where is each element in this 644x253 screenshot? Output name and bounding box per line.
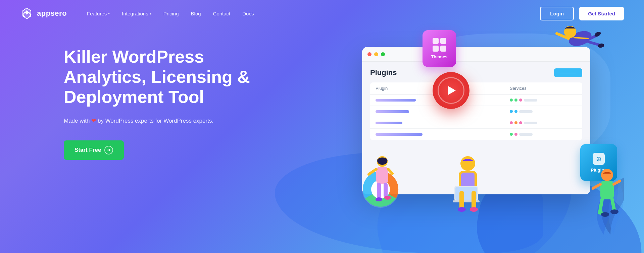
plugins-section-title: Plugins	[370, 68, 397, 77]
svg-rect-19	[472, 191, 476, 209]
play-triangle-icon	[448, 86, 456, 95]
hero-title: Killer WordPress Analytics, Licensing & …	[64, 47, 258, 107]
table-header: Plugin Services	[370, 82, 582, 94]
svg-rect-8	[377, 183, 381, 199]
nav-pricing[interactable]: Pricing	[163, 11, 179, 16]
login-button[interactable]: Login	[540, 7, 574, 20]
status-dots	[510, 133, 577, 136]
hero-section: appsero Features ▾ Integrations ▾ Pricin…	[0, 0, 644, 253]
svg-point-24	[601, 212, 609, 217]
play-button[interactable]	[433, 72, 469, 109]
svg-point-20	[458, 207, 466, 212]
status-dots	[510, 121, 577, 124]
nav-contact[interactable]: Contact	[213, 11, 231, 16]
svg-point-25	[610, 209, 618, 214]
start-free-button[interactable]: Start Free ➜	[64, 140, 124, 160]
kneeling-character	[590, 168, 624, 228]
chevron-down-icon: ▾	[150, 12, 151, 15]
table-rows	[370, 94, 582, 140]
laptop-character	[446, 154, 490, 221]
arrow-circle-icon: ➜	[104, 146, 113, 154]
window-maximize-dot	[381, 52, 385, 56]
svg-rect-9	[384, 183, 388, 198]
svg-point-12	[460, 156, 475, 171]
navbar: appsero Features ▾ Integrations ▾ Pricin…	[0, 0, 644, 27]
puzzle-icon: ⊕	[593, 153, 605, 165]
svg-point-21	[470, 207, 478, 212]
status-dots	[510, 110, 577, 113]
nav-docs[interactable]: Docs	[242, 11, 254, 16]
heart-icon: ❤	[91, 118, 98, 124]
logo-text: appsero	[37, 9, 67, 18]
logo-icon	[20, 7, 34, 20]
play-inner-ring	[438, 77, 464, 104]
logo[interactable]: appsero	[20, 7, 67, 20]
svg-point-10	[376, 197, 382, 201]
svg-rect-18	[459, 191, 464, 209]
svg-point-11	[384, 196, 391, 200]
chevron-down-icon: ▾	[108, 12, 110, 15]
table-row	[370, 129, 582, 140]
svg-rect-23	[600, 181, 614, 199]
nav-integrations[interactable]: Integrations ▾	[122, 11, 151, 16]
svg-point-22	[601, 169, 613, 181]
themes-grid-icon	[433, 38, 446, 52]
window-close-dot	[367, 52, 371, 56]
window-minimize-dot	[374, 52, 378, 56]
nav-links: Features ▾ Integrations ▾ Pricing Blog C…	[87, 11, 540, 16]
bar-chart-row	[376, 99, 416, 102]
table-row	[370, 106, 582, 117]
col-services: Services	[510, 86, 577, 91]
nav-features[interactable]: Features ▾	[87, 11, 110, 16]
svg-rect-7	[376, 167, 388, 184]
spinning-character	[365, 154, 399, 208]
get-started-button[interactable]: Get Started	[579, 7, 624, 20]
plugins-action-button[interactable]: ————	[554, 68, 582, 77]
nav-actions: Login Get Started	[540, 7, 624, 20]
status-dots	[510, 99, 577, 102]
themes-label: Themes	[431, 54, 447, 59]
table-row	[370, 94, 582, 106]
nav-blog[interactable]: Blog	[191, 11, 201, 16]
themes-card: Themes	[423, 30, 456, 67]
hero-subtitle: Made with ❤ by WordPress experts for Wor…	[64, 116, 258, 125]
table-row	[370, 117, 582, 129]
hero-illustration: Themes	[349, 20, 624, 235]
hero-content: Killer WordPress Analytics, Licensing & …	[64, 47, 258, 160]
plugins-header: Plugins ————	[370, 68, 582, 77]
